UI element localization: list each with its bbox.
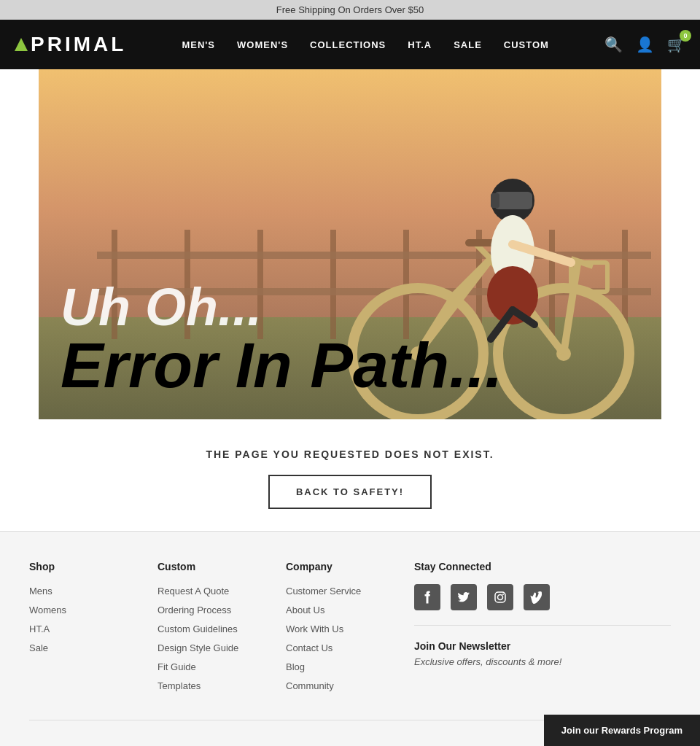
error-message: THE PAGE YOU REQUESTED DOES NOT EXIST.	[15, 448, 685, 460]
footer-link-templates[interactable]: Templates	[158, 680, 201, 691]
footer-custom-column: Custom Request A Quote Ordering Process …	[158, 561, 286, 698]
main-nav: MEN'S WOMEN'S COLLECTIONS HT.A SALE CUST…	[182, 39, 549, 50]
footer-link-hta[interactable]: HT.A	[29, 623, 50, 634]
footer-connected-column: Stay Connected Join Our Newsletter Exclu…	[414, 561, 671, 698]
footer-company-heading: Company	[286, 561, 414, 572]
footer-connected-heading: Stay Connected	[414, 561, 671, 572]
footer-link-community[interactable]: Community	[286, 680, 334, 691]
footer-link-about[interactable]: About Us	[286, 605, 324, 615]
footer-link-customer-service[interactable]: Customer Service	[286, 586, 361, 597]
cart-count: 0	[680, 30, 691, 42]
search-icon[interactable]: 🔍	[604, 36, 623, 53]
newsletter-sub: Exclusive offers, discounts & more!	[414, 656, 671, 667]
logo[interactable]: PRIMAL	[15, 33, 126, 56]
nav-womens[interactable]: WOMEN'S	[237, 39, 288, 50]
footer-shop-heading: Shop	[29, 561, 158, 572]
logo-icon	[15, 38, 28, 51]
svg-rect-27	[491, 193, 499, 208]
cart-icon[interactable]: 🛒 0	[667, 36, 685, 53]
hero-line1: Uh Oh...	[61, 281, 502, 333]
twitter-icon[interactable]	[451, 584, 477, 610]
footer-link-sale[interactable]: Sale	[29, 642, 48, 653]
hero-text: Uh Oh... Error In Path...	[61, 281, 502, 397]
footer-link-design-guide[interactable]: Design Style Guide	[158, 642, 238, 653]
footer-link-request-quote[interactable]: Request A Quote	[158, 586, 229, 597]
footer-link-work-with-us[interactable]: Work With Us	[286, 623, 343, 634]
hero-image: Uh Oh... Error In Path...	[39, 69, 661, 419]
vimeo-icon[interactable]	[524, 584, 550, 610]
svg-point-35	[502, 594, 504, 595]
footer-columns: Shop Mens Womens HT.A Sale Custom Reques…	[29, 561, 671, 698]
footer-link-mens[interactable]: Mens	[29, 586, 52, 597]
social-icons	[414, 584, 671, 610]
instagram-icon[interactable]	[487, 584, 513, 610]
footer-company-column: Company Customer Service About Us Work W…	[286, 561, 414, 698]
svg-rect-33	[495, 592, 505, 602]
back-to-safety-button[interactable]: BACK TO SAFETY!	[268, 475, 432, 509]
newsletter-divider	[414, 625, 671, 626]
footer-company-list: Customer Service About Us Work With Us C…	[286, 584, 414, 692]
svg-point-34	[498, 595, 503, 600]
footer: Shop Mens Womens HT.A Sale Custom Reques…	[0, 531, 700, 746]
footer-link-fit-guide[interactable]: Fit Guide	[158, 661, 196, 672]
header-icons: 🔍 👤 🛒 0	[604, 36, 685, 53]
newsletter-heading: Join Our Newsletter	[414, 640, 671, 652]
nav-collections[interactable]: COLLECTIONS	[310, 39, 386, 50]
footer-link-contact[interactable]: Contact Us	[286, 642, 332, 653]
nav-hta[interactable]: HT.A	[408, 39, 432, 50]
footer-link-womens[interactable]: Womens	[29, 605, 66, 615]
footer-shop-list: Mens Womens HT.A Sale	[29, 584, 158, 654]
facebook-icon[interactable]	[414, 584, 440, 610]
top-banner: Free Shipping On Orders Over $50	[0, 0, 700, 20]
footer-link-custom-guidelines[interactable]: Custom Guidelines	[158, 623, 238, 634]
nav-mens[interactable]: MEN'S	[182, 39, 215, 50]
svg-rect-23	[465, 239, 494, 246]
rewards-banner[interactable]: Join our Rewards Program	[544, 715, 700, 746]
footer-custom-list: Request A Quote Ordering Process Custom …	[158, 584, 286, 692]
hero-line2: Error In Path...	[61, 333, 502, 397]
nav-sale[interactable]: SALE	[454, 39, 482, 50]
footer-custom-heading: Custom	[158, 561, 286, 572]
footer-link-blog[interactable]: Blog	[286, 661, 305, 672]
banner-text: Free Shipping On Orders Over $50	[276, 4, 424, 15]
footer-link-ordering-process[interactable]: Ordering Process	[158, 605, 231, 615]
nav-custom[interactable]: CUSTOM	[504, 39, 549, 50]
header: PRIMAL MEN'S WOMEN'S COLLECTIONS HT.A SA…	[0, 20, 700, 69]
svg-rect-26	[494, 192, 532, 209]
footer-shop-column: Shop Mens Womens HT.A Sale	[29, 561, 158, 698]
rewards-label: Join our Rewards Program	[561, 725, 682, 736]
logo-text: PRIMAL	[31, 33, 126, 56]
account-icon[interactable]: 👤	[636, 36, 654, 53]
error-section: THE PAGE YOU REQUESTED DOES NOT EXIST. B…	[0, 419, 700, 531]
